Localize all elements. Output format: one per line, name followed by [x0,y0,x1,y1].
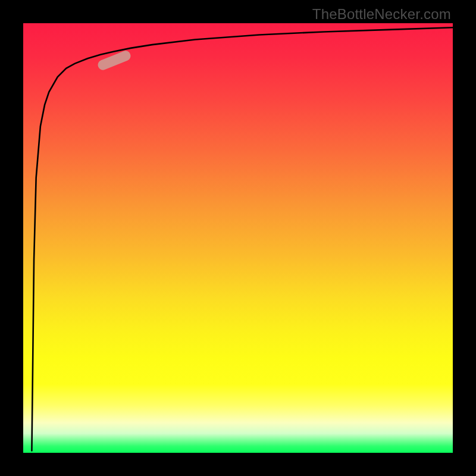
watermark-text: TheBottleNecker.com [312,6,451,23]
plot-gradient-area [23,23,453,453]
chart-container: TheBottleNecker.com [0,0,476,476]
